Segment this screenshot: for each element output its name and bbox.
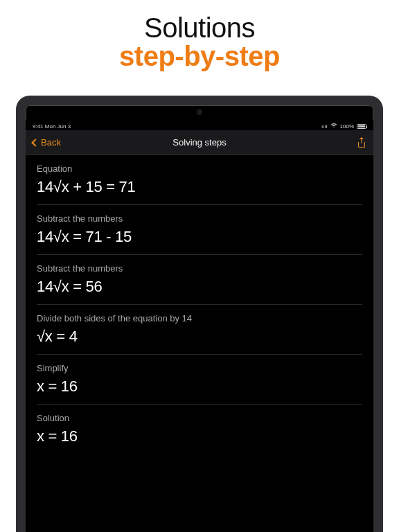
step-row[interactable]: Subtract the numbers 14√x = 71 - 15	[37, 205, 362, 255]
step-expression: x = 16	[37, 378, 362, 396]
page-title: Solving steps	[172, 137, 226, 148]
steps-list: Equation 14√x + 15 = 71 Subtract the num…	[26, 155, 373, 454]
step-row[interactable]: Divide both sides of the equation by 14 …	[37, 305, 362, 355]
step-label: Subtract the numbers	[37, 213, 362, 224]
step-row[interactable]: Solution x = 16	[37, 405, 362, 454]
step-row[interactable]: Subtract the numbers 14√x = 56	[37, 255, 362, 305]
step-row[interactable]: Simplify x = 16	[37, 355, 362, 405]
chevron-left-icon	[31, 139, 39, 146]
share-button[interactable]	[357, 138, 366, 148]
back-label: Back	[41, 137, 61, 148]
marketing-line-1: Solutions	[0, 12, 399, 44]
battery-icon	[357, 124, 366, 129]
battery-percent: 100%	[340, 123, 354, 130]
wifi-icon	[330, 123, 337, 130]
step-label: Equation	[37, 163, 362, 174]
share-box-icon	[358, 142, 365, 148]
step-label: Solution	[37, 413, 362, 423]
step-label: Divide both sides of the equation by 14	[37, 313, 362, 323]
screen: 9:41 Mon Jun 3 ıııl 100% Back Solving st…	[26, 121, 373, 532]
back-button[interactable]: Back	[33, 137, 61, 148]
step-row[interactable]: Equation 14√x + 15 = 71	[37, 155, 362, 205]
step-expression: 14√x + 15 = 71	[37, 178, 362, 196]
nav-bar: Back Solving steps	[26, 130, 373, 155]
tablet-frame: 9:41 Mon Jun 3 ıııl 100% Back Solving st…	[16, 96, 383, 532]
step-expression: √x = 4	[37, 328, 362, 346]
status-right: ıııl 100%	[321, 123, 366, 130]
camera-dot	[197, 109, 202, 115]
step-label: Subtract the numbers	[37, 263, 362, 274]
step-label: Simplify	[37, 363, 362, 373]
step-expression: 14√x = 71 - 15	[37, 228, 362, 246]
status-bar: 9:41 Mon Jun 3 ıııl 100%	[26, 121, 373, 130]
step-expression: 14√x = 56	[37, 278, 362, 296]
marketing-line-2: step-by-step	[0, 41, 399, 72]
signal-icon: ıııl	[321, 123, 327, 130]
status-time: 9:41 Mon Jun 3	[33, 123, 71, 130]
marketing-heading: Solutions step-by-step	[0, 0, 399, 79]
step-expression: x = 16	[37, 427, 362, 445]
